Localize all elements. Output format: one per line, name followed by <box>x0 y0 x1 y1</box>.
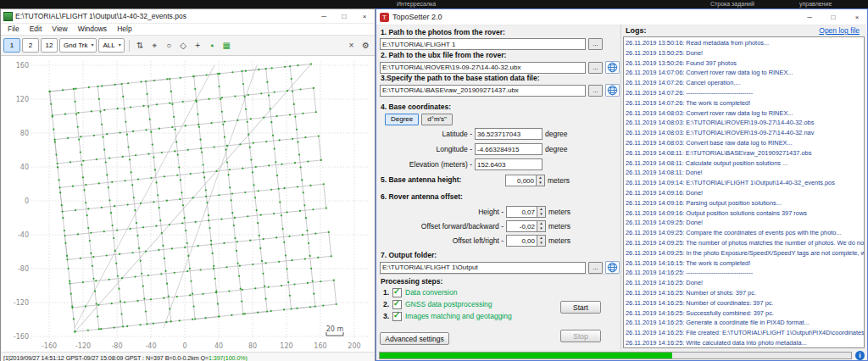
svg-text:-160: -160 <box>42 342 57 350</box>
photos-path-input[interactable] <box>380 38 586 50</box>
latitude-unit: degree <box>545 130 567 138</box>
svg-text:80: 80 <box>20 130 29 137</box>
menu-item[interactable]: Help <box>112 24 136 35</box>
log-line: 26.11.2019 14:09:14: E:\TUTORIAL\FLIGHT … <box>626 178 864 188</box>
elevation-input[interactable] <box>475 158 542 170</box>
ubx-path-input[interactable] <box>380 62 586 74</box>
diamond-icon[interactable]: ◇ <box>177 39 190 53</box>
info-icon[interactable]: i <box>855 351 865 360</box>
log-line: 26.11.2019 14:09:25: Compare the coordin… <box>626 228 864 238</box>
offset-fb-label: Offset forward/backward - <box>381 222 504 230</box>
minimize-button[interactable]: ─ <box>314 13 334 20</box>
menu-item[interactable]: View <box>47 24 72 35</box>
menu-item[interactable]: Windows <box>73 24 112 35</box>
rtkplot-app-icon <box>3 12 13 21</box>
offset-lr-input[interactable] <box>506 235 537 247</box>
base-antenna-height-input[interactable] <box>505 175 536 186</box>
log-line: 26.11.2019 14:16:25: File created: E:\TU… <box>626 328 864 338</box>
base-path-input[interactable] <box>380 85 586 97</box>
toposetter-titlebar[interactable]: T TopoSetter 2.0 ─ □ × <box>376 9 867 25</box>
offset-lr-stepper[interactable]: ▲▼ <box>506 235 546 247</box>
longitude-unit: degree <box>545 145 567 153</box>
solution-12-button[interactable]: 12 <box>41 38 58 53</box>
status-text: [1]2019/09/27 14:51:12 GPST-09/27 15:08:… <box>3 354 209 361</box>
log-line: 26.11.2019 14:16:25: -------------------… <box>626 268 864 278</box>
spinner-arrows-icon[interactable]: ▲▼ <box>537 235 546 247</box>
spinner-arrows-icon[interactable]: ▲▼ <box>537 220 546 232</box>
ubx-globe-button[interactable] <box>605 61 620 74</box>
base-browse-button[interactable]: ... <box>588 85 603 97</box>
marker-icon[interactable]: ▪ <box>206 39 219 53</box>
output-folder-input[interactable] <box>380 262 586 274</box>
base-coordinates-label: 4. Base coordinates: <box>381 103 451 111</box>
output-globe-button[interactable] <box>605 261 620 274</box>
plot-titlebar[interactable]: E:\TUTORIAL\FLIGHT 1\Output\14-40-32_eve… <box>1 9 375 24</box>
log-line: 26.11.2019 14:08:11: Calculate output po… <box>626 158 864 169</box>
crosshair-icon[interactable]: ⌖ <box>148 39 161 53</box>
step-checkbox[interactable] <box>392 300 402 309</box>
globe-icon <box>607 262 618 273</box>
close-button[interactable]: × <box>847 14 867 21</box>
circle-icon[interactable]: ○ <box>163 39 175 53</box>
svg-text:-120: -120 <box>75 342 91 350</box>
open-log-file-link[interactable]: Open log file <box>819 26 860 35</box>
log-line: 26.11.2019 14:16:25: Number of shots: 39… <box>626 288 864 298</box>
log-list[interactable]: 26.11.2019 13:50:16: Read metadata from … <box>623 36 865 348</box>
menu-item[interactable]: File <box>3 24 25 35</box>
svg-text:-160: -160 <box>14 333 29 341</box>
elevation-label: Elevation (meters) - <box>381 160 472 169</box>
step-checkbox[interactable] <box>392 288 402 297</box>
base-globe-button[interactable] <box>605 84 620 97</box>
logs-header: Logs: <box>626 26 647 35</box>
globe-icon <box>607 85 618 96</box>
maximize-button[interactable]: □ <box>334 13 354 20</box>
plot-type-select[interactable]: Gnd Trk ▾ <box>59 38 97 53</box>
progress-fill <box>380 353 672 358</box>
plus-icon[interactable]: + <box>192 39 204 53</box>
clear-icon[interactable]: × <box>345 39 358 53</box>
log-line: 26.11.2019 14:16:15: The work is complet… <box>626 258 864 269</box>
processing-step: 3. Images matching and geotagging <box>383 310 512 322</box>
step-checkbox[interactable] <box>392 312 402 321</box>
start-button[interactable]: Start <box>560 301 601 314</box>
log-line: 26.11.2019 14:09:16: Done! <box>626 188 864 198</box>
offset-height-input[interactable] <box>506 206 537 218</box>
stop-button[interactable]: Stop <box>560 330 601 342</box>
grid-icon[interactable]: ▦ <box>220 39 233 53</box>
solution-2-button[interactable]: 2 <box>22 38 39 53</box>
menu-item[interactable]: Edit <box>25 24 47 35</box>
photos-browse-button[interactable]: ... <box>588 38 603 50</box>
satellite-select[interactable]: ALL ▾ <box>98 38 124 53</box>
ubx-browse-button[interactable]: ... <box>588 62 603 74</box>
spinner-arrows-icon[interactable]: ▲▼ <box>536 175 545 186</box>
log-line: 26.11.2019 14:16:25: Generate a coordina… <box>626 318 864 328</box>
longitude-input[interactable] <box>475 143 542 155</box>
minimize-button[interactable]: ─ <box>799 14 820 21</box>
step-label: Data conversion <box>405 288 457 297</box>
updown-arrows-icon[interactable]: ⇅ <box>134 39 147 53</box>
advanced-settings-button[interactable]: Advanced settings <box>380 332 449 345</box>
close-button[interactable]: × <box>354 13 375 20</box>
offset-fb-stepper[interactable]: ▲▼ <box>506 220 546 232</box>
ground-track-plot[interactable]: -160-120-80-400408012016020016012080400-… <box>1 56 375 352</box>
dms-format-button[interactable]: d°m's'' <box>421 114 453 125</box>
svg-text:-80: -80 <box>111 342 122 350</box>
degree-format-button[interactable]: Degree <box>385 114 419 125</box>
svg-text:120: 120 <box>280 342 292 350</box>
settings-gear-icon[interactable]: ⚙ <box>359 39 372 53</box>
spinner-arrows-icon[interactable]: ▲▼ <box>537 206 546 218</box>
solution-1-button[interactable]: 1 <box>3 38 20 53</box>
section-divider <box>379 274 619 275</box>
maximize-button[interactable]: □ <box>823 14 843 21</box>
offset-height-stepper[interactable]: ▲▼ <box>506 206 546 218</box>
base-antenna-height-stepper[interactable]: ▲▼ <box>505 175 545 186</box>
taskbar-item[interactable]: управление <box>799 0 832 8</box>
offset-fb-input[interactable] <box>506 220 537 232</box>
taskbar-item[interactable]: Интерресалка <box>397 0 436 8</box>
offset-height-label: Height - <box>381 208 504 216</box>
base-antenna-height-label: 5. Base antenna height: <box>381 175 461 184</box>
processing-steps-list: 1. Data conversion 2. GNSS data postproc… <box>383 286 512 322</box>
taskbar-item[interactable]: Строка заданий <box>710 0 754 8</box>
latitude-input[interactable] <box>475 128 542 140</box>
output-browse-button[interactable]: ... <box>588 262 603 274</box>
